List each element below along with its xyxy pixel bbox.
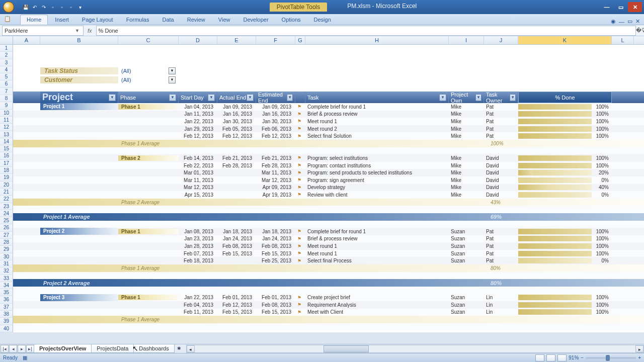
- fx-icon[interactable]: fx: [84, 28, 96, 34]
- row-header[interactable]: 13: [0, 131, 13, 138]
- row-header[interactable]: 2: [0, 52, 13, 59]
- qat-more-icon[interactable]: ▾: [76, 4, 84, 11]
- name-box[interactable]: ParkHere ▼: [2, 26, 84, 36]
- col-header-J[interactable]: J: [484, 36, 518, 44]
- row-header[interactable]: 11: [0, 117, 13, 124]
- row-header[interactable]: 26: [0, 224, 13, 231]
- col-header-D[interactable]: D: [179, 36, 217, 44]
- col-header-E[interactable]: E: [217, 36, 256, 44]
- pivot-field-project[interactable]: Project▼: [40, 92, 118, 103]
- pivot-field-actual[interactable]: Actual End▼: [217, 92, 256, 103]
- chevron-down-icon[interactable]: ▼: [75, 28, 81, 33]
- row-header[interactable]: 5: [0, 73, 13, 80]
- filter-dropdown-icon[interactable]: ▼: [169, 67, 176, 74]
- row-header[interactable]: 4: [0, 66, 13, 73]
- pivot-data-row[interactable]: Project 2Phase 1Jan 08, 2013Jan 18, 2013…: [13, 228, 644, 235]
- row-header[interactable]: 7: [0, 88, 13, 95]
- row-header[interactable]: 12: [0, 124, 13, 131]
- row-header[interactable]: 1: [0, 45, 13, 52]
- pivot-data-row[interactable]: Project 3Phase 1Jan 22, 2013Feb 01, 2013…: [13, 294, 644, 301]
- col-header-C[interactable]: C: [118, 36, 179, 44]
- row-header[interactable]: 17: [0, 160, 13, 167]
- col-header-F[interactable]: F: [256, 36, 295, 44]
- pivot-data-row[interactable]: Mar 12, 2013Apr 09, 2013⚑Develop strateg…: [13, 184, 644, 192]
- row-header[interactable]: 31: [0, 260, 13, 267]
- help-icon[interactable]: ◉: [611, 18, 616, 25]
- row-header[interactable]: 30: [0, 253, 13, 260]
- pivot-data-row[interactable]: Mar 01, 2013Mar 11, 2013⚑Program: send p…: [13, 169, 644, 176]
- row-header[interactable]: 29: [0, 246, 13, 253]
- row-header[interactable]: 8: [0, 95, 13, 102]
- pivot-field-owner[interactable]: Project Own▼: [449, 92, 484, 103]
- ribbon-tab-formulas[interactable]: Formulas: [120, 15, 155, 25]
- pivot-field-est[interactable]: Estimated End▼: [256, 92, 295, 103]
- row-header[interactable]: 32: [0, 267, 13, 275]
- maximize-button[interactable]: ▭: [614, 2, 628, 12]
- row-header[interactable]: 21: [0, 189, 13, 196]
- row-header[interactable]: 15: [0, 145, 13, 152]
- pivot-data-row[interactable]: Jan 29, 2013Feb 05, 2013Feb 06, 2013⚑Mee…: [13, 125, 644, 133]
- ribbon-tab-home[interactable]: Home: [20, 15, 48, 25]
- min-ribbon-icon[interactable]: —: [619, 19, 624, 25]
- row-header[interactable]: 18: [0, 167, 13, 174]
- row-header[interactable]: 6: [0, 80, 13, 87]
- ribbon-tab-options[interactable]: Options: [276, 15, 307, 25]
- pivot-data-row[interactable]: Feb 22, 2013Feb 28, 2013Feb 28, 2013⚑Pro…: [13, 162, 644, 169]
- ribbon-tab-design[interactable]: Design: [308, 15, 337, 25]
- worksheet-grid[interactable]: 1234567891011121314151617181920212223242…: [0, 45, 644, 332]
- ribbon-tab-page-layout[interactable]: Page Layout: [76, 15, 119, 25]
- pivot-data-row[interactable]: Project 1Phase 1Jan 04, 2013Jan 09, 2013…: [13, 103, 644, 111]
- col-header-G[interactable]: G: [295, 36, 305, 44]
- row-header[interactable]: 19: [0, 174, 13, 181]
- pivot-field-done[interactable]: % Done: [518, 92, 612, 103]
- pivot-data-row[interactable]: Feb 07, 2013Feb 15, 2013Feb 15, 2013⚑Mee…: [13, 250, 644, 257]
- col-header-K[interactable]: K: [518, 36, 612, 44]
- pivot-data-row[interactable]: Feb 18, 2013Feb 25, 2013⚑Select final Pr…: [13, 257, 644, 264]
- restore-icon[interactable]: ▭: [627, 18, 632, 25]
- office-button[interactable]: [0, 0, 17, 14]
- row-header[interactable]: 23: [0, 203, 13, 210]
- row-header[interactable]: 35: [0, 289, 13, 296]
- row-header[interactable]: 14: [0, 138, 13, 145]
- row-header[interactable]: 25: [0, 217, 13, 224]
- pivot-data-row[interactable]: Jan 11, 2013Jan 16, 2013Jan 16, 2013⚑Bri…: [13, 111, 644, 118]
- pivot-data-row[interactable]: Feb 11, 2013Feb 15, 2013Feb 15, 2013⚑Mee…: [13, 309, 644, 316]
- ribbon-tab-view[interactable]: View: [212, 15, 236, 25]
- row-header[interactable]: 22: [0, 196, 13, 203]
- row-header[interactable]: 10: [0, 110, 13, 117]
- undo-icon[interactable]: ↶: [31, 4, 38, 11]
- redo-icon[interactable]: ↷: [40, 4, 47, 11]
- qat-icon[interactable]: ▫: [58, 4, 65, 11]
- qat-icon[interactable]: ▫: [49, 4, 56, 11]
- row-header[interactable]: 38: [0, 311, 13, 318]
- pivot-field-towner[interactable]: Task Owner▼: [484, 92, 518, 103]
- pivot-data-row[interactable]: Feb 04, 2013Feb 12, 2013Feb 08, 2013⚑Req…: [13, 301, 644, 309]
- select-all-corner[interactable]: [0, 36, 13, 44]
- close-button[interactable]: ✕: [628, 2, 642, 12]
- pivot-data-row[interactable]: Feb 12, 2013Feb 12, 2013Feb 12, 2013⚑Sel…: [13, 132, 644, 140]
- row-header[interactable]: 9: [0, 102, 13, 109]
- pivot-data-row[interactable]: Jan 23, 2013Jan 24, 2013Jan 24, 2013⚑Bri…: [13, 235, 644, 243]
- ribbon-tab-insert[interactable]: Insert: [49, 15, 75, 25]
- row-header[interactable]: 40: [0, 325, 13, 332]
- pivot-data-row[interactable]: Jan 22, 2013Jan 30, 2013Jan 30, 2013⚑Mee…: [13, 118, 644, 125]
- col-header-I[interactable]: I: [449, 36, 484, 44]
- pivot-field-task[interactable]: Task▼: [305, 92, 449, 103]
- col-header-L[interactable]: L: [612, 36, 634, 44]
- row-header[interactable]: 24: [0, 210, 13, 217]
- ribbon-tab-data[interactable]: Data: [156, 15, 180, 25]
- row-header[interactable]: 34: [0, 282, 13, 289]
- qat-icon[interactable]: ▫: [67, 4, 74, 11]
- row-header[interactable]: 36: [0, 296, 13, 303]
- row-header[interactable]: 37: [0, 304, 13, 311]
- minimize-button[interactable]: —: [600, 2, 614, 12]
- row-header[interactable]: 28: [0, 239, 13, 246]
- pivot-data-row[interactable]: Jan 28, 2013Feb 08, 2013Feb 08, 2013⚑Mee…: [13, 242, 644, 250]
- filter-dropdown-icon[interactable]: ▼: [169, 76, 176, 83]
- row-header[interactable]: 20: [0, 182, 13, 189]
- row-header[interactable]: 33: [0, 275, 13, 282]
- paste-icon-small[interactable]: 📋: [4, 16, 15, 25]
- row-header[interactable]: 27: [0, 232, 13, 239]
- col-header-H[interactable]: H: [305, 36, 449, 44]
- col-header-A[interactable]: A: [13, 36, 40, 44]
